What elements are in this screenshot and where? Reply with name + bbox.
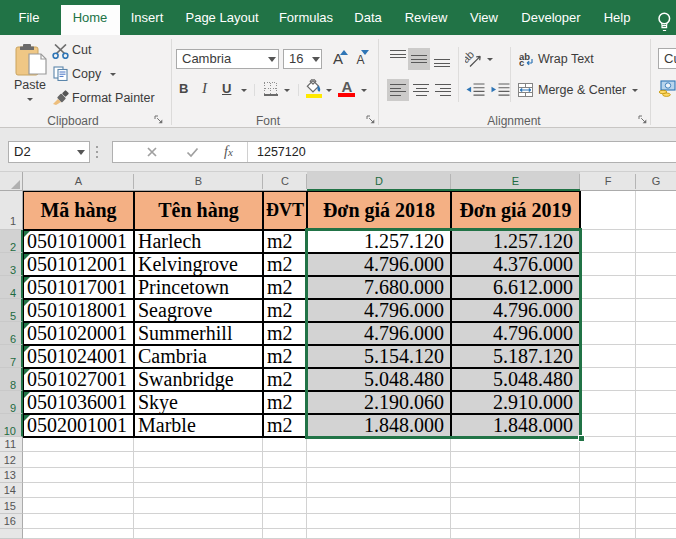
svg-text:c: c <box>519 57 524 67</box>
svg-text:ab: ab <box>465 50 476 65</box>
